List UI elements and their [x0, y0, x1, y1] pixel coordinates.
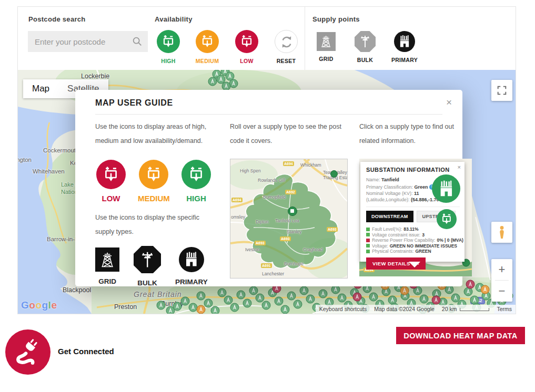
modal-divider: [95, 114, 442, 115]
popup-close-icon: ×: [458, 164, 461, 170]
map-label: Lockerbie: [81, 73, 109, 80]
map-label: Workington: [18, 157, 32, 163]
google-logo[interactable]: Google: [21, 300, 57, 311]
map-marker[interactable]: [281, 305, 290, 314]
map-label: Cockermouth: [43, 147, 79, 153]
google-logo-letter: g: [42, 300, 48, 311]
map-marker[interactable]: [157, 301, 166, 310]
map-label: Blackpool: [63, 286, 91, 294]
downstream-button: DOWNSTREAM: [366, 211, 413, 222]
availability-high-button[interactable]: HIGH: [155, 30, 182, 64]
get-connected-logo[interactable]: [5, 329, 51, 375]
map-data-text: Map data ©2024 Google: [370, 305, 438, 314]
map-marker[interactable]: [432, 296, 441, 305]
pegman-button[interactable]: [491, 222, 512, 243]
map-marker[interactable]: [338, 294, 347, 303]
supply-points-label: Supply points: [312, 15, 360, 23]
guide-low-icon: LOW: [95, 160, 127, 203]
minimap-label: Stanley: [287, 229, 301, 234]
get-connected-label[interactable]: Get Connected: [58, 347, 114, 356]
minimap-label: Burnhope: [284, 261, 304, 266]
map-marker[interactable]: [300, 286, 309, 295]
modal-title: MAP USER GUIDE: [95, 98, 442, 108]
minimap-pin: [288, 207, 297, 216]
search-icon[interactable]: [132, 36, 143, 47]
view-details-button: VIEW DETAILS›: [366, 257, 426, 270]
map-marker[interactable]: [181, 297, 190, 306]
map-marker[interactable]: [197, 292, 206, 301]
guide-primary-icon: PRIMARY: [175, 246, 208, 287]
map-marker[interactable]: [204, 299, 213, 308]
substation-stat-row: Voltage:GREEN NO IMMEDIATE ISSUES: [366, 243, 460, 249]
availability-medium-icon: [196, 30, 219, 53]
zoom-in-button[interactable]: +: [491, 259, 512, 280]
map-type-map-button[interactable]: Map: [23, 79, 58, 98]
map-marker[interactable]: [211, 306, 220, 314]
keyboard-shortcuts-link[interactable]: Keyboard shortcuts: [316, 305, 370, 314]
map-marker[interactable]: [197, 305, 206, 314]
minimap-cluster-dot: [330, 170, 338, 178]
minimap-road-badge: A691: [261, 263, 272, 268]
guide-substation-scene: A694 SUBSTATION INFORMATION × Name: Tanf…: [359, 159, 472, 276]
map-marker[interactable]: [208, 77, 217, 86]
map-marker[interactable]: [249, 286, 258, 295]
close-icon[interactable]: ×: [446, 97, 452, 108]
map-marker[interactable]: [222, 82, 231, 91]
google-logo-letter: o: [35, 300, 42, 311]
map-marker[interactable]: [353, 293, 362, 302]
scale-control: 20 km: [438, 305, 493, 314]
minimap-road-badge: A694: [231, 198, 243, 202]
map-user-guide-modal: MAP USER GUIDE × Use the icons to displa…: [75, 90, 462, 286]
zoom-out-button[interactable]: −: [491, 281, 512, 302]
guide-grid-icon: GRID: [95, 246, 119, 287]
map-marker[interactable]: [420, 295, 429, 304]
minimap-label: Tanfield Lea: [275, 218, 299, 223]
guide-medium-icon: MEDIUM: [138, 160, 169, 203]
substation-green-icon: [432, 174, 460, 203]
substation-popup: SUBSTATION INFORMATION × Name: Tanfield …: [360, 162, 465, 262]
map-marker[interactable]: [481, 285, 490, 294]
fullscreen-button[interactable]: [491, 80, 512, 101]
supply-primary-button[interactable]: PRIMARY: [391, 30, 418, 63]
map-marker[interactable]: [400, 286, 409, 295]
status-square: [366, 239, 370, 242]
minimap-road-badge: A694: [283, 161, 294, 166]
map-marker[interactable]: [306, 295, 315, 304]
map-marker[interactable]: [224, 296, 233, 305]
map-marker[interactable]: [243, 299, 252, 308]
map-marker[interactable]: [319, 290, 328, 298]
postcode-input[interactable]: [28, 31, 148, 52]
availability-reset-button[interactable]: RESET: [272, 30, 300, 64]
status-square: [366, 233, 370, 236]
google-logo-letter: G: [21, 300, 29, 311]
zoom-control: + −: [491, 259, 512, 302]
map-marker[interactable]: [173, 302, 182, 311]
map-marker[interactable]: [230, 303, 239, 312]
availability-high-icon: [157, 30, 180, 53]
map-marker[interactable]: [287, 292, 296, 301]
map-marker[interactable]: [275, 297, 284, 306]
availability-low-button[interactable]: LOW: [233, 30, 260, 64]
download-heat-map-data-button[interactable]: DOWNLOAD HEAT MAP DATA: [396, 327, 525, 344]
map-marker[interactable]: [237, 291, 246, 300]
status-square: [366, 228, 370, 231]
status-square: [366, 244, 370, 247]
substation-stat-row: Physical Constraints:GREEN: [366, 249, 460, 254]
map-marker[interactable]: [256, 294, 265, 303]
minimap-label: Lanchester: [262, 271, 284, 276]
map-marker[interactable]: [294, 300, 302, 309]
supply-bulk-button[interactable]: BULK: [351, 30, 379, 63]
map-marker[interactable]: [262, 301, 271, 310]
map-label: Whitehaven: [33, 168, 65, 174]
map-marker[interactable]: [369, 293, 378, 302]
google-logo-letter: e: [51, 300, 57, 311]
guide-rollover-text: Roll over a supply type to see the post …: [230, 120, 348, 150]
supply-grid-button[interactable]: GRID: [312, 30, 340, 62]
minimap-label: Dipton: [256, 219, 269, 224]
map-marker[interactable]: [218, 288, 227, 297]
google-logo-letter: o: [29, 300, 35, 311]
terms-link[interactable]: Terms: [493, 305, 516, 314]
substation-stat-row: Reverse Power Flow Capability:0% | 0 (MV…: [366, 238, 460, 243]
map-attribution: Keyboard shortcuts Map data ©2024 Google…: [316, 305, 516, 314]
availability-medium-button[interactable]: MEDIUM: [194, 30, 221, 64]
